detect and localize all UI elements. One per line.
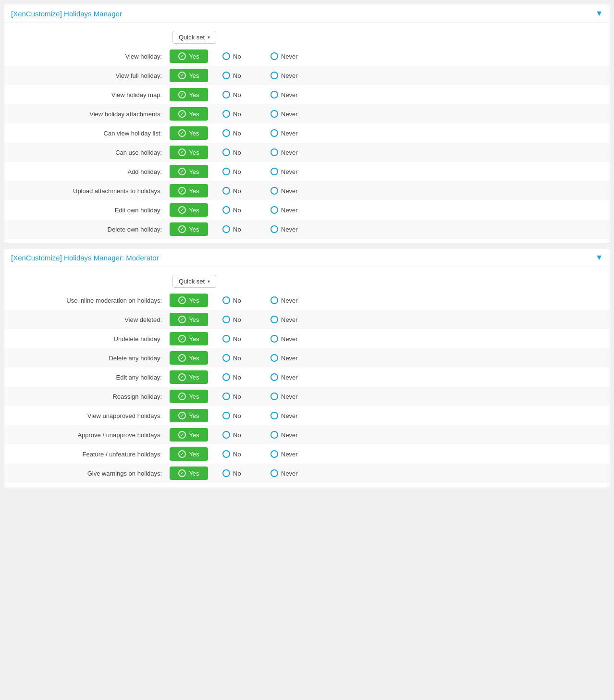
yes-button[interactable]: ✓Yes [170, 184, 208, 197]
never-option[interactable]: Never [270, 206, 304, 214]
yes-button[interactable]: ✓Yes [170, 69, 208, 82]
no-label: No [233, 316, 241, 323]
no-option[interactable]: No [222, 168, 256, 175]
never-option[interactable]: Never [270, 373, 304, 381]
radio-circle-no [222, 335, 230, 343]
yes-label: Yes [189, 207, 199, 214]
never-label: Never [281, 91, 298, 98]
never-option[interactable]: Never [270, 354, 304, 362]
never-option[interactable]: Never [270, 129, 304, 137]
never-option[interactable]: Never [270, 110, 304, 118]
no-option[interactable]: No [222, 373, 256, 381]
quick-set-button[interactable]: Quick set▾ [172, 275, 216, 288]
yes-button[interactable]: ✓Yes [170, 222, 208, 236]
no-option[interactable]: No [222, 431, 256, 439]
permission-label: View unapproved holidays: [11, 412, 170, 419]
permission-row: Use inline moderation on holidays:✓YesNo… [4, 291, 610, 310]
permission-label: Reassign holiday: [11, 393, 170, 400]
yes-button[interactable]: ✓Yes [170, 165, 208, 178]
yes-button[interactable]: ✓Yes [170, 49, 208, 63]
yes-button[interactable]: ✓Yes [170, 294, 208, 307]
permission-label: Edit any holiday: [11, 374, 170, 381]
no-option[interactable]: No [222, 316, 256, 323]
no-label: No [233, 187, 241, 195]
yes-label: Yes [189, 470, 199, 477]
no-option[interactable]: No [222, 296, 256, 304]
yes-label: Yes [189, 316, 199, 323]
never-option[interactable]: Never [270, 431, 304, 439]
options-group: ✓YesNoNever [170, 428, 304, 442]
permission-label: Undelete holiday: [11, 335, 170, 343]
yes-button[interactable]: ✓Yes [170, 409, 208, 422]
no-label: No [233, 130, 241, 137]
no-option[interactable]: No [222, 354, 256, 362]
never-option[interactable]: Never [270, 148, 304, 156]
never-label: Never [281, 149, 298, 156]
yes-label: Yes [189, 130, 199, 137]
no-label: No [233, 451, 241, 458]
no-option[interactable]: No [222, 412, 256, 419]
no-option[interactable]: No [222, 52, 256, 60]
no-option[interactable]: No [222, 450, 256, 458]
yes-button[interactable]: ✓Yes [170, 370, 208, 384]
yes-button[interactable]: ✓Yes [170, 313, 208, 326]
yes-button[interactable]: ✓Yes [170, 107, 208, 121]
never-label: Never [281, 335, 298, 343]
yes-button[interactable]: ✓Yes [170, 428, 208, 442]
radio-circle-never [270, 129, 278, 137]
no-label: No [233, 149, 241, 156]
never-option[interactable]: Never [270, 450, 304, 458]
yes-button[interactable]: ✓Yes [170, 88, 208, 101]
yes-button[interactable]: ✓Yes [170, 146, 208, 159]
radio-circle-no [222, 91, 230, 98]
no-label: No [233, 72, 241, 79]
never-option[interactable]: Never [270, 412, 304, 419]
quick-set-label: Quick set [179, 278, 205, 285]
options-group: ✓YesNoNever [170, 165, 304, 178]
never-option[interactable]: Never [270, 168, 304, 175]
no-option[interactable]: No [222, 110, 256, 118]
yes-button[interactable]: ✓Yes [170, 467, 208, 480]
no-option[interactable]: No [222, 225, 256, 233]
no-option[interactable]: No [222, 393, 256, 400]
no-option[interactable]: No [222, 129, 256, 137]
quick-set-button[interactable]: Quick set▾ [172, 31, 216, 44]
no-option[interactable]: No [222, 91, 256, 98]
never-option[interactable]: Never [270, 469, 304, 477]
radio-circle-never [270, 393, 278, 400]
never-option[interactable]: Never [270, 187, 304, 195]
no-option[interactable]: No [222, 206, 256, 214]
no-option[interactable]: No [222, 187, 256, 195]
never-option[interactable]: Never [270, 91, 304, 98]
yes-button[interactable]: ✓Yes [170, 351, 208, 365]
never-option[interactable]: Never [270, 52, 304, 60]
check-circle-icon: ✓ [178, 412, 186, 419]
never-option[interactable]: Never [270, 72, 304, 79]
never-option[interactable]: Never [270, 225, 304, 233]
never-option[interactable]: Never [270, 335, 304, 343]
permission-row: View full holiday:✓YesNoNever [4, 66, 610, 85]
permission-label: Add holiday: [11, 168, 170, 175]
yes-button[interactable]: ✓Yes [170, 447, 208, 461]
yes-button[interactable]: ✓Yes [170, 390, 208, 403]
no-option[interactable]: No [222, 72, 256, 79]
never-option[interactable]: Never [270, 316, 304, 323]
yes-button[interactable]: ✓Yes [170, 203, 208, 217]
yes-button[interactable]: ✓Yes [170, 126, 208, 140]
never-option[interactable]: Never [270, 393, 304, 400]
yes-label: Yes [189, 168, 199, 175]
check-circle-icon: ✓ [178, 316, 186, 323]
options-group: ✓YesNoNever [170, 409, 304, 422]
no-option[interactable]: No [222, 469, 256, 477]
never-option[interactable]: Never [270, 296, 304, 304]
yes-label: Yes [189, 149, 199, 156]
no-label: No [233, 226, 241, 233]
quick-set-label: Quick set [179, 34, 205, 41]
no-option[interactable]: No [222, 148, 256, 156]
collapse-icon[interactable]: ▼ [595, 253, 603, 262]
permission-label: View deleted: [11, 316, 170, 323]
collapse-icon[interactable]: ▼ [595, 9, 603, 18]
yes-button[interactable]: ✓Yes [170, 332, 208, 345]
check-circle-icon: ✓ [178, 373, 186, 381]
no-option[interactable]: No [222, 335, 256, 343]
